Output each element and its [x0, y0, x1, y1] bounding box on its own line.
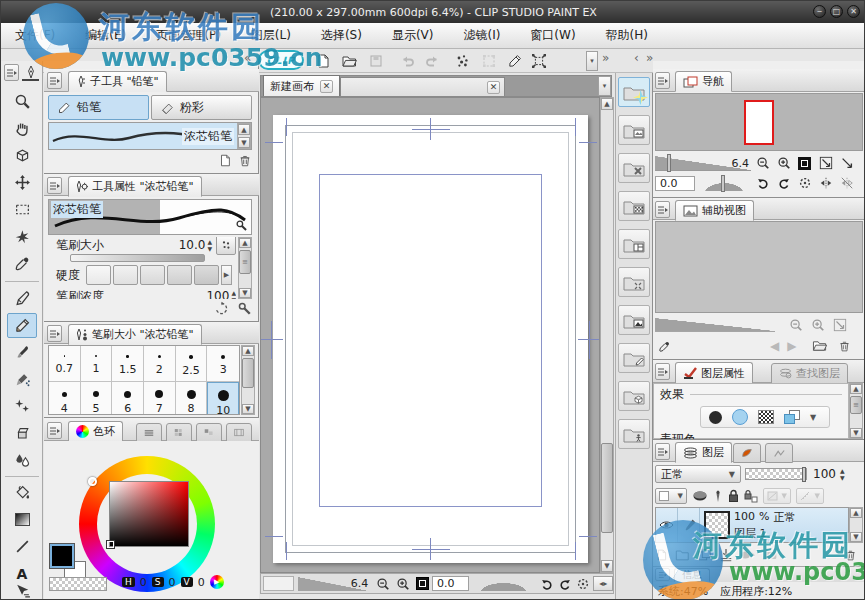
menu-select[interactable]: 选择(S) [313, 24, 370, 47]
search-layer-tab[interactable]: 查找图层 [771, 363, 848, 384]
tool-blend[interactable] [7, 448, 37, 473]
subview-zoom-slider[interactable] [655, 318, 775, 332]
navigator-menu-button[interactable] [655, 72, 670, 89]
canvas-fit-button[interactable] [412, 576, 432, 592]
subview-tab[interactable]: 辅助视图 [675, 200, 754, 221]
title-bar[interactable]: (210.00 x 297.00mm 600dpi 6.4%) - CLIP S… [1, 1, 865, 23]
menu-edit[interactable]: 编辑(E) [77, 24, 134, 47]
canvas-tab-dropdown[interactable]: ▾ [598, 76, 611, 96]
tool-rotate[interactable] [7, 143, 37, 168]
brush-size-cell-6[interactable]: 6 [112, 382, 144, 415]
opacity-slider[interactable] [745, 468, 807, 480]
minimize-button[interactable]: ‒ [813, 5, 826, 18]
quick-edit-button[interactable] [505, 52, 525, 70]
subview-prev-button[interactable]: ◀ [770, 339, 779, 353]
merge-down-icon[interactable] [719, 548, 733, 562]
navigator-flip-horizontal-button[interactable] [816, 175, 835, 191]
menu-filter[interactable]: 滤镜(I) [455, 24, 508, 47]
hue-cursor[interactable] [88, 477, 97, 486]
pin-icon[interactable] [713, 489, 723, 503]
tool-hand[interactable] [7, 116, 37, 141]
hardness-level-3[interactable] [140, 265, 165, 285]
canvas-rotation-value-box[interactable]: 0.0 [432, 576, 469, 591]
info-menu-button[interactable] [655, 568, 670, 581]
tool-eyedropper[interactable] [7, 251, 37, 276]
effect-dropdown-arrow[interactable]: ▼ [810, 413, 816, 422]
tool-figure[interactable] [7, 534, 37, 559]
info-tab[interactable]: 信息 [674, 568, 710, 582]
subview-next-button[interactable]: ▶ [787, 339, 796, 353]
opacity-spinner[interactable]: ▲▼ [840, 468, 845, 481]
transform-button[interactable] [529, 52, 549, 70]
navigator-zoom-out-button[interactable] [753, 155, 772, 171]
close-button[interactable]: ✕ [847, 5, 860, 18]
canvas-vscrollbar[interactable]: ▲ ▼ [600, 97, 614, 573]
scroll-up-arrow[interactable]: ▲ [850, 384, 862, 394]
dock-folder-material-pose[interactable] [618, 419, 650, 449]
new-subtool-icon[interactable] [218, 153, 232, 168]
canvas-reset-rotation-button[interactable] [574, 576, 592, 592]
color-wheel-tab[interactable]: 色环 [68, 421, 123, 442]
dock-folder-scatter[interactable] [618, 267, 650, 297]
scroll-up-arrow[interactable]: ▲ [238, 124, 250, 135]
save-button[interactable] [366, 52, 386, 70]
tool-property-menu-button[interactable] [47, 177, 62, 194]
scroll-down-arrow[interactable]: ▼ [850, 428, 862, 438]
tool-panel-menu-button[interactable] [4, 64, 19, 81]
tool-zoom[interactable] [7, 89, 37, 114]
menu-file[interactable]: 文件(F) [7, 24, 63, 47]
density-spinner[interactable]: ▲▼ [231, 290, 236, 300]
canvas-rotation-slider[interactable] [472, 577, 535, 591]
brush-size-cell-2.5[interactable]: 2.5 [176, 346, 208, 382]
menu-view[interactable]: 显示(V) [384, 24, 442, 47]
tool-property-tab[interactable]: 工具属性 "浓芯铅笔" [68, 176, 202, 197]
navigator-rotation-box[interactable]: 0.0 [655, 176, 695, 191]
delete-layer-icon[interactable] [844, 548, 857, 562]
layer-panel-menu-button[interactable] [655, 443, 670, 460]
canvas-tab-close-icon[interactable]: ✕ [320, 80, 333, 93]
tool-auto-select[interactable] [7, 224, 37, 249]
advanced-settings-icon[interactable] [237, 301, 252, 316]
layer-comp-tab[interactable] [733, 443, 761, 463]
navigator-rotate-left-button[interactable] [753, 175, 772, 191]
canvas-tab2-close-icon[interactable]: ✕ [487, 81, 500, 94]
brush-size-cell-2[interactable]: 2 [144, 346, 176, 382]
lock-transparent-icon[interactable] [744, 489, 758, 503]
subview-zoom-in-button[interactable] [808, 317, 827, 333]
tool-eraser[interactable] [7, 421, 37, 446]
density-value[interactable]: 100 [206, 289, 229, 299]
color-mode-button[interactable]: ▶ [210, 575, 224, 589]
scroll-up-arrow[interactable]: ▲ [850, 508, 862, 518]
scroll-down-arrow[interactable]: ▼ [850, 532, 862, 542]
clip-mask-icon[interactable] [692, 490, 708, 502]
subtool-group-pastel[interactable]: 粉彩 [151, 95, 252, 120]
navigator-fit-button[interactable] [795, 155, 814, 171]
clip-studio-button[interactable]: CLIP [258, 50, 304, 70]
scatter-button[interactable] [453, 52, 473, 70]
canvas-hscrollbar[interactable] [263, 576, 294, 591]
canvas-zoom-in-button[interactable] [393, 576, 413, 592]
subview-preview[interactable] [655, 221, 863, 313]
subview-open-button[interactable] [810, 338, 830, 354]
draft-layer-button[interactable]: ▼ [763, 488, 791, 504]
opacity-handle[interactable] [802, 467, 806, 482]
brush-size-cell-3[interactable]: 3 [207, 346, 239, 382]
canvas-tab-active[interactable]: 新建画布 ✕ [263, 75, 340, 96]
canvas-zoom-out-button[interactable] [373, 576, 393, 592]
color-history-tab[interactable] [226, 423, 252, 442]
layer-property-tab[interactable]: 图层属性 [675, 362, 753, 384]
duplicate-layer-icon[interactable] [697, 548, 712, 562]
canvas-rotate-right-button[interactable] [556, 576, 574, 592]
layer-property-scrollbar[interactable]: ▲ ≡ ▼ [849, 383, 863, 439]
undo-button[interactable] [397, 52, 417, 70]
layer-visibility-toggle[interactable] [656, 508, 678, 542]
new-folder-icon[interactable] [675, 548, 690, 562]
lock-icon[interactable] [728, 489, 739, 503]
hardness-level-5[interactable] [194, 265, 219, 285]
canvas-rotate-left-button[interactable] [538, 576, 556, 592]
brush-size-cell-10[interactable]: 10 [207, 382, 239, 415]
effect-tone-circle-button[interactable] [732, 409, 748, 425]
tool-airbrush[interactable] [7, 367, 37, 392]
redo-button[interactable] [423, 52, 443, 70]
hardness-more-button[interactable]: ▶ [221, 265, 232, 285]
